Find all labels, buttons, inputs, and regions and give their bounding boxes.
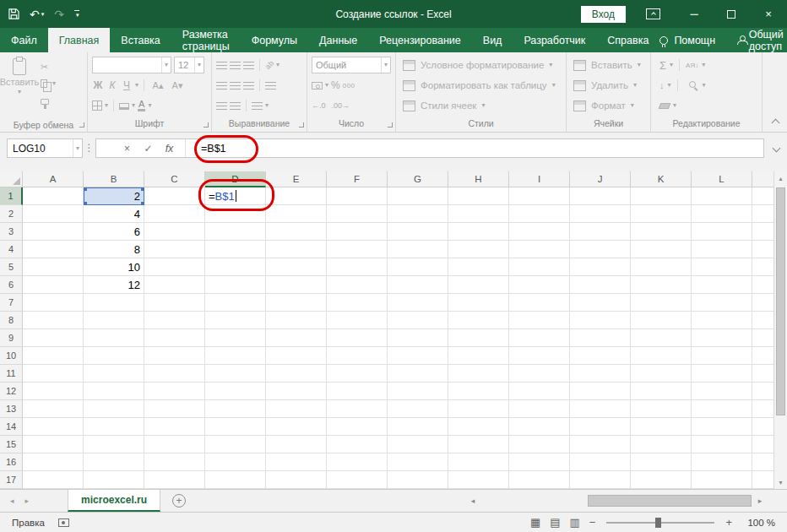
grid-cell[interactable] (144, 383, 205, 400)
grid-cell[interactable] (448, 471, 509, 489)
grid-cell[interactable] (205, 383, 266, 400)
grid-cell[interactable] (23, 187, 84, 205)
zoom-level[interactable]: 100 % (741, 518, 775, 528)
zoom-slider[interactable] (606, 522, 714, 524)
grid-cell[interactable] (448, 453, 509, 471)
grid-cell[interactable] (570, 400, 631, 418)
grid-cell[interactable]: 12 (84, 276, 144, 294)
grid-cell[interactable] (266, 347, 327, 365)
grid-cell[interactable] (23, 329, 84, 347)
grid-cell[interactable] (23, 241, 84, 258)
grid-cell[interactable] (23, 453, 84, 471)
ribbon-tab[interactable]: Формулы (241, 28, 308, 52)
column-header[interactable]: C (144, 171, 205, 187)
dialog-launcher-icon[interactable] (204, 122, 209, 128)
grid-cell[interactable] (144, 187, 205, 205)
row-header[interactable]: 17 (0, 471, 23, 489)
column-header[interactable]: K (631, 171, 692, 187)
grid-cell[interactable] (631, 223, 692, 241)
grid-cell[interactable] (144, 241, 205, 258)
grid-cell[interactable] (388, 383, 448, 400)
grid-cell[interactable] (266, 383, 327, 400)
copy-button[interactable]: ▾ (39, 77, 57, 90)
grid-cell[interactable] (205, 365, 266, 383)
grid-cell[interactable] (84, 294, 144, 312)
grid-cell[interactable] (266, 329, 327, 347)
grid-cell[interactable] (448, 436, 509, 453)
row-header[interactable]: 16 (0, 453, 23, 471)
grid-cell[interactable] (570, 418, 631, 436)
grid-cell[interactable] (631, 276, 692, 294)
grid-cell[interactable] (448, 312, 509, 329)
grid-cell[interactable] (509, 347, 570, 365)
grid-cell[interactable] (509, 187, 570, 205)
row-header[interactable]: 5 (0, 258, 23, 276)
horizontal-scrollbar[interactable]: ◂ ▸ (466, 493, 767, 508)
grid-cell[interactable] (692, 347, 752, 365)
grid-cell[interactable] (388, 241, 448, 258)
fill-color-icon[interactable] (119, 103, 129, 110)
grid-cell[interactable] (509, 294, 570, 312)
grid-cell[interactable] (692, 258, 752, 276)
grid-cell[interactable] (84, 347, 144, 365)
grid-cell[interactable] (205, 223, 266, 241)
align-right-icon[interactable] (243, 82, 254, 90)
grid-cell[interactable] (144, 294, 205, 312)
grid-cell[interactable]: 4 (84, 205, 144, 223)
grid-cell[interactable] (144, 453, 205, 471)
fill-icon[interactable]: ↓ (659, 80, 665, 90)
comma-style-icon[interactable]: 000 (343, 82, 356, 90)
grid-cell[interactable] (570, 187, 631, 205)
insert-cells-button[interactable]: Вставить▾ (567, 55, 650, 75)
grid-cell[interactable] (692, 223, 752, 241)
conditional-formatting-button[interactable]: Условное форматирование▾ (396, 55, 566, 75)
grid-cell[interactable] (448, 276, 509, 294)
number-format-select[interactable]: Общий▾ (312, 57, 391, 73)
row-header[interactable]: 6 (0, 276, 23, 294)
grid-cell[interactable] (509, 453, 570, 471)
grid-cell[interactable] (388, 223, 448, 241)
grid-cell[interactable] (631, 294, 692, 312)
grid-cell[interactable] (205, 436, 266, 453)
grid-cell[interactable] (266, 453, 327, 471)
grid-cell[interactable] (631, 365, 692, 383)
grid-cell[interactable] (509, 223, 570, 241)
collapse-ribbon-button[interactable] (772, 119, 780, 128)
underline-button[interactable]: Ч (121, 79, 133, 91)
undo-button[interactable]: ↶▾ (30, 8, 44, 20)
grid-cell[interactable] (570, 347, 631, 365)
grid-cell[interactable] (631, 347, 692, 365)
grid-cell[interactable] (388, 258, 448, 276)
ribbon-display-options-button[interactable] (646, 8, 660, 19)
formula-bar-divider-handle[interactable]: ⋮ (83, 138, 95, 158)
grid-cell[interactable] (388, 453, 448, 471)
cell-styles-button[interactable]: Стили ячеек▾ (396, 95, 566, 116)
grid-cell[interactable] (509, 276, 570, 294)
grid-cell[interactable] (570, 453, 631, 471)
grid-cell[interactable] (692, 471, 752, 489)
referenced-cell[interactable]: 2 (84, 187, 144, 205)
grid-cell[interactable] (327, 471, 388, 489)
grid-cell[interactable] (631, 436, 692, 453)
grid-cell[interactable] (144, 276, 205, 294)
row-header[interactable]: 14 (0, 418, 23, 436)
grid-cell[interactable] (205, 329, 266, 347)
grid-cell[interactable] (205, 258, 266, 276)
grid-cell[interactable] (327, 312, 388, 329)
grid-cell[interactable] (692, 294, 752, 312)
grid-cell[interactable] (570, 436, 631, 453)
accounting-format-icon[interactable] (312, 82, 323, 90)
grid-cell[interactable] (448, 241, 509, 258)
maximize-button[interactable] (713, 0, 750, 28)
wrap-text-icon[interactable] (265, 82, 276, 90)
grid-cell[interactable] (266, 223, 327, 241)
grid-cell[interactable] (388, 400, 448, 418)
grid-cell[interactable] (631, 400, 692, 418)
row-header[interactable]: 13 (0, 400, 23, 418)
grid-cell[interactable] (84, 329, 144, 347)
grid-cell[interactable] (570, 471, 631, 489)
grid-cell[interactable] (205, 241, 266, 258)
format-cells-button[interactable]: Формат▾ (567, 95, 650, 116)
zoom-in-button[interactable]: + (725, 516, 732, 529)
find-select-icon[interactable] (689, 81, 696, 88)
